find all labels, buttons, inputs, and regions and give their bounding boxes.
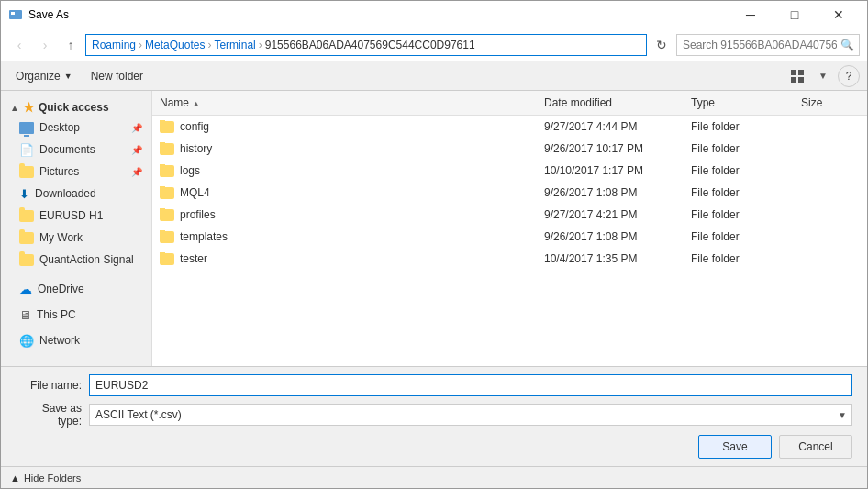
sidebar-quantaction-label: QuantAction Signal — [39, 253, 134, 266]
organize-label: Organize — [16, 70, 61, 83]
quick-access-header[interactable]: ▲ ★ Quick access — [1, 94, 151, 117]
file-name-cell: MQL4 — [152, 186, 537, 199]
bottom-bar: File name: Save as type: ASCII Text (*.c… — [1, 366, 867, 466]
svg-rect-2 — [791, 70, 796, 75]
view-dropdown-button[interactable]: ▼ — [812, 65, 834, 87]
file-name-cell: tester — [152, 252, 537, 265]
svg-rect-3 — [798, 70, 804, 75]
quick-access-icon: ★ — [23, 100, 35, 115]
help-button[interactable]: ? — [838, 65, 860, 87]
downloaded-folder-icon: ⬇ — [19, 187, 29, 201]
pictures-icon — [19, 166, 34, 178]
organize-chevron: ▼ — [64, 72, 72, 81]
sidebar-downloaded-label: Downloaded — [35, 187, 96, 200]
table-row[interactable]: logs 10/10/2017 1:17 PM File folder — [152, 160, 867, 182]
search-wrapper: 🔍 — [676, 34, 860, 56]
breadcrumb-current: 915566BA06ADA407569C544CC0D97611 — [265, 39, 475, 51]
sidebar-network-label: Network — [39, 334, 80, 347]
sidebar-item-documents[interactable]: 📄 Documents 📌 — [1, 139, 151, 161]
view-icon — [791, 70, 804, 83]
breadcrumb-terminal[interactable]: Terminal — [214, 39, 255, 51]
back-button[interactable]: ‹ — [8, 34, 30, 56]
breadcrumb-metaquotes[interactable]: MetaQuotes — [145, 39, 205, 51]
file-rows-container: config 9/27/2017 4:44 PM File folder his… — [152, 116, 867, 270]
sidebar-item-thispc[interactable]: 🖥 This PC — [1, 304, 151, 326]
file-name-cell: history — [152, 142, 537, 155]
thispc-icon: 🖥 — [19, 308, 31, 322]
table-row[interactable]: tester 10/4/2017 1:35 PM File folder — [152, 248, 867, 270]
search-input[interactable] — [676, 34, 860, 56]
header-type[interactable]: Type — [684, 93, 794, 113]
file-date-cell: 9/27/2017 4:21 PM — [537, 208, 684, 221]
filename-input[interactable] — [89, 374, 852, 396]
organize-button[interactable]: Organize ▼ — [8, 65, 80, 87]
file-list: Name ▲ Date modified Type Size config — [152, 91, 867, 366]
file-date-cell: 10/10/2017 1:17 PM — [537, 164, 684, 177]
quantaction-folder-icon — [19, 254, 34, 266]
header-name[interactable]: Name ▲ — [152, 93, 537, 113]
filetype-wrapper: ASCII Text (*.csv) ▼ — [89, 404, 852, 426]
sidebar-item-onedrive[interactable]: ☁ OneDrive — [1, 278, 151, 300]
cancel-button[interactable]: Cancel — [779, 435, 852, 459]
filetype-label: Save as type: — [16, 402, 89, 428]
file-date-cell: 10/4/2017 1:35 PM — [537, 252, 684, 265]
maximize-button[interactable]: □ — [773, 1, 816, 28]
desktop-icon — [19, 122, 34, 134]
sidebar: ▲ ★ Quick access Desktop 📌 📄 Documents 📌… — [1, 91, 152, 366]
header-size[interactable]: Size — [794, 93, 867, 113]
sidebar-item-quantaction[interactable]: QuantAction Signal — [1, 249, 151, 271]
table-row[interactable]: profiles 9/27/2017 4:21 PM File folder — [152, 204, 867, 226]
sidebar-item-network[interactable]: 🌐 Network — [1, 329, 151, 351]
hide-folders-button[interactable]: ▲ Hide Folders — [10, 472, 81, 483]
save-as-dialog: Save As ─ □ ✕ ‹ › ↑ Roaming › MetaQuotes… — [0, 0, 868, 489]
sidebar-thispc-label: This PC — [37, 308, 76, 321]
onedrive-icon: ☁ — [19, 282, 32, 296]
toolbar: Organize ▼ New folder ▼ ? — [1, 61, 867, 91]
table-row[interactable]: MQL4 9/26/2017 1:08 PM File folder — [152, 182, 867, 204]
sidebar-item-desktop[interactable]: Desktop 📌 — [1, 117, 151, 139]
quick-access-label: Quick access — [39, 101, 109, 114]
action-buttons: Save Cancel — [16, 435, 852, 459]
file-list-header: Name ▲ Date modified Type Size — [152, 91, 867, 116]
network-icon: 🌐 — [19, 334, 34, 348]
view-button[interactable] — [786, 65, 808, 87]
breadcrumb-bar[interactable]: Roaming › MetaQuotes › Terminal › 915566… — [85, 34, 647, 56]
save-button[interactable]: Save — [698, 435, 772, 459]
titlebar-title: Save As — [28, 8, 729, 21]
file-date-cell: 9/26/2017 1:08 PM — [537, 186, 684, 199]
file-date-cell: 9/26/2017 1:08 PM — [537, 230, 684, 243]
close-button[interactable]: ✕ — [818, 1, 860, 28]
new-folder-button[interactable]: New folder — [83, 65, 150, 87]
file-type-cell: File folder — [684, 208, 794, 221]
toolbar-right: ▼ ? — [786, 65, 860, 87]
refresh-button[interactable]: ↻ — [651, 34, 673, 56]
minimize-button[interactable]: ─ — [729, 1, 772, 28]
table-row[interactable]: history 9/26/2017 10:17 PM File folder — [152, 138, 867, 160]
sidebar-item-mywork[interactable]: My Work — [1, 227, 151, 249]
sidebar-eurusd-label: EURUSD H1 — [39, 209, 103, 222]
titlebar-icon — [8, 7, 23, 22]
quick-access-chevron: ▲ — [10, 103, 19, 113]
file-name-cell: logs — [152, 164, 537, 177]
svg-rect-1 — [11, 12, 15, 15]
folder-icon — [160, 253, 174, 265]
file-type-cell: File folder — [684, 186, 794, 199]
pin-icon-desktop: 📌 — [131, 123, 142, 133]
table-row[interactable]: templates 9/26/2017 1:08 PM File folder — [152, 226, 867, 248]
sidebar-item-eurusd-h1[interactable]: EURUSD H1 — [1, 205, 151, 227]
up-button[interactable]: ↑ — [60, 34, 82, 56]
sidebar-item-pictures[interactable]: Pictures 📌 — [1, 161, 151, 183]
file-type-cell: File folder — [684, 120, 794, 133]
hide-folders-label: Hide Folders — [24, 472, 81, 483]
file-date-cell: 9/26/2017 10:17 PM — [537, 142, 684, 155]
sidebar-item-downloaded[interactable]: ⬇ Downloaded — [1, 183, 151, 205]
folder-icon — [160, 187, 174, 199]
file-name-cell: config — [152, 120, 537, 133]
filetype-select[interactable]: ASCII Text (*.csv) — [89, 404, 852, 426]
folder-icon — [160, 231, 174, 243]
table-row[interactable]: config 9/27/2017 4:44 PM File folder — [152, 116, 867, 138]
breadcrumb-roaming[interactable]: Roaming — [92, 39, 136, 51]
titlebar: Save As ─ □ ✕ — [1, 1, 867, 28]
header-date[interactable]: Date modified — [537, 93, 684, 113]
forward-button[interactable]: › — [34, 34, 56, 56]
